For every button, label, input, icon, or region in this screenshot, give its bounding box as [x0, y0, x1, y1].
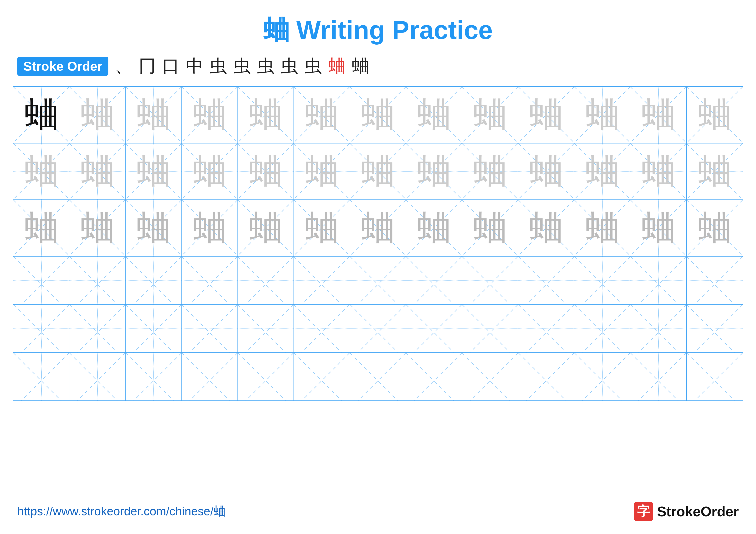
grid-cell-3-6[interactable]: 蛐 [294, 200, 350, 256]
grid-row-2: 蛐 蛐 蛐 蛐 蛐 蛐 蛐 蛐 [14, 143, 742, 200]
footer: https://www.strokeorder.com/chinese/蛐 字 … [0, 502, 756, 521]
grid-cell-5-7[interactable] [350, 305, 406, 352]
grid-cell-3-7[interactable]: 蛐 [350, 200, 406, 256]
grid-cell-1-1[interactable]: 蛐 [14, 87, 69, 143]
grid-cell-6-11[interactable] [574, 353, 630, 401]
grid-cell-5-2[interactable] [69, 305, 125, 352]
grid-cell-5-6[interactable] [294, 305, 350, 352]
svg-line-109 [126, 305, 181, 352]
grid-cell-2-2[interactable]: 蛐 [69, 143, 125, 200]
svg-line-87 [238, 257, 293, 304]
grid-cell-2-9[interactable]: 蛐 [462, 143, 518, 200]
grid-cell-1-10[interactable]: 蛐 [518, 87, 574, 143]
grid-cell-2-7[interactable]: 蛐 [350, 143, 406, 200]
svg-line-132 [69, 353, 125, 401]
grid-cell-1-5[interactable]: 蛐 [238, 87, 294, 143]
grid-cell-3-11[interactable]: 蛐 [574, 200, 630, 256]
grid-cell-2-1[interactable]: 蛐 [14, 143, 69, 200]
grid-cell-6-1[interactable] [14, 353, 69, 401]
grid-cell-5-11[interactable] [574, 305, 630, 352]
grid-cell-5-1[interactable] [14, 305, 69, 352]
grid-cell-1-6[interactable]: 蛐 [294, 87, 350, 143]
grid-cell-3-9[interactable]: 蛐 [462, 200, 518, 256]
grid-cell-2-11[interactable]: 蛐 [574, 143, 630, 200]
grid-cell-1-9[interactable]: 蛐 [462, 87, 518, 143]
grid-cell-2-10[interactable]: 蛐 [518, 143, 574, 200]
grid-cell-6-7[interactable] [350, 353, 406, 401]
grid-cell-6-10[interactable] [518, 353, 574, 401]
grid-cell-6-9[interactable] [462, 353, 518, 401]
grid-cell-3-13[interactable]: 蛐 [687, 200, 742, 256]
stroke-order-badge: Stroke Order [17, 57, 108, 76]
grid-cell-1-13[interactable]: 蛐 [687, 87, 742, 143]
grid-cell-6-12[interactable] [630, 353, 687, 401]
grid-cell-3-12[interactable]: 蛐 [630, 200, 687, 256]
grid-cell-6-13[interactable] [687, 353, 742, 401]
svg-line-140 [294, 353, 350, 401]
svg-line-129 [687, 305, 742, 352]
svg-line-102 [687, 257, 742, 304]
grid-cell-4-13[interactable] [687, 257, 742, 304]
grid-cell-6-8[interactable] [406, 353, 462, 401]
grid-cell-2-8[interactable]: 蛐 [406, 143, 462, 200]
grid-cell-5-5[interactable] [238, 305, 294, 352]
grid-cell-1-12[interactable]: 蛐 [630, 87, 687, 143]
grid-cell-1-11[interactable]: 蛐 [574, 87, 630, 143]
grid-cell-4-1[interactable] [14, 257, 69, 304]
grid-cell-3-3[interactable]: 蛐 [126, 200, 182, 256]
grid-cell-4-11[interactable] [574, 257, 630, 304]
grid-cell-3-5[interactable]: 蛐 [238, 200, 294, 256]
grid-cell-3-4[interactable]: 蛐 [182, 200, 238, 256]
grid-cell-4-6[interactable] [294, 257, 350, 304]
grid-cell-5-9[interactable] [462, 305, 518, 352]
grid-cell-2-13[interactable]: 蛐 [687, 143, 742, 200]
grid-cell-6-6[interactable] [294, 353, 350, 401]
grid-cell-4-5[interactable] [238, 257, 294, 304]
grid-cell-4-12[interactable] [630, 257, 687, 304]
grid-cell-1-8[interactable]: 蛐 [406, 87, 462, 143]
grid-cell-2-4[interactable]: 蛐 [182, 143, 238, 200]
svg-line-95 [462, 257, 518, 304]
grid-cell-4-10[interactable] [518, 257, 574, 304]
footer-url-link[interactable]: https://www.strokeorder.com/chinese/蛐 [17, 503, 226, 519]
grid-cell-1-4[interactable]: 蛐 [182, 87, 238, 143]
svg-line-121 [462, 305, 518, 352]
grid-cell-4-2[interactable] [69, 257, 125, 304]
grid-cell-2-6[interactable]: 蛐 [294, 143, 350, 200]
grid-cell-4-9[interactable] [462, 257, 518, 304]
stroke-6: 虫 [233, 55, 251, 78]
svg-line-84 [182, 257, 237, 304]
grid-cell-6-4[interactable] [182, 353, 238, 401]
grid-cell-6-5[interactable] [238, 353, 294, 401]
svg-line-133 [69, 353, 125, 401]
grid-cell-3-1[interactable]: 蛐 [14, 200, 69, 256]
grid-cell-4-7[interactable] [350, 257, 406, 304]
svg-line-105 [14, 305, 69, 352]
grid-cell-2-3[interactable]: 蛐 [126, 143, 182, 200]
grid-cell-6-2[interactable] [69, 353, 125, 401]
grid-cell-3-2[interactable]: 蛐 [69, 200, 125, 256]
grid-cell-4-8[interactable] [406, 257, 462, 304]
svg-line-142 [350, 353, 406, 401]
grid-row-5 [14, 305, 742, 353]
grid-cell-2-12[interactable]: 蛐 [630, 143, 687, 200]
grid-cell-5-12[interactable] [630, 305, 687, 352]
svg-line-141 [294, 353, 350, 401]
grid-cell-3-8[interactable]: 蛐 [406, 200, 462, 256]
grid-cell-5-4[interactable] [182, 305, 238, 352]
svg-line-130 [14, 353, 69, 401]
grid-cell-4-3[interactable] [126, 257, 182, 304]
grid-cell-5-3[interactable] [126, 305, 182, 352]
grid-cell-3-10[interactable]: 蛐 [518, 200, 574, 256]
svg-line-131 [14, 353, 69, 401]
grid-cell-4-4[interactable] [182, 257, 238, 304]
grid-cell-5-13[interactable] [687, 305, 742, 352]
stroke-order-row: Stroke Order 、 冂 口 中 虫 虫 虫 虫 虫 蛐 蛐 [0, 55, 756, 78]
grid-cell-1-2[interactable]: 蛐 [69, 87, 125, 143]
grid-cell-6-3[interactable] [126, 353, 182, 401]
grid-cell-5-10[interactable] [518, 305, 574, 352]
grid-cell-2-5[interactable]: 蛐 [238, 143, 294, 200]
grid-cell-1-3[interactable]: 蛐 [126, 87, 182, 143]
grid-cell-5-8[interactable] [406, 305, 462, 352]
grid-cell-1-7[interactable]: 蛐 [350, 87, 406, 143]
